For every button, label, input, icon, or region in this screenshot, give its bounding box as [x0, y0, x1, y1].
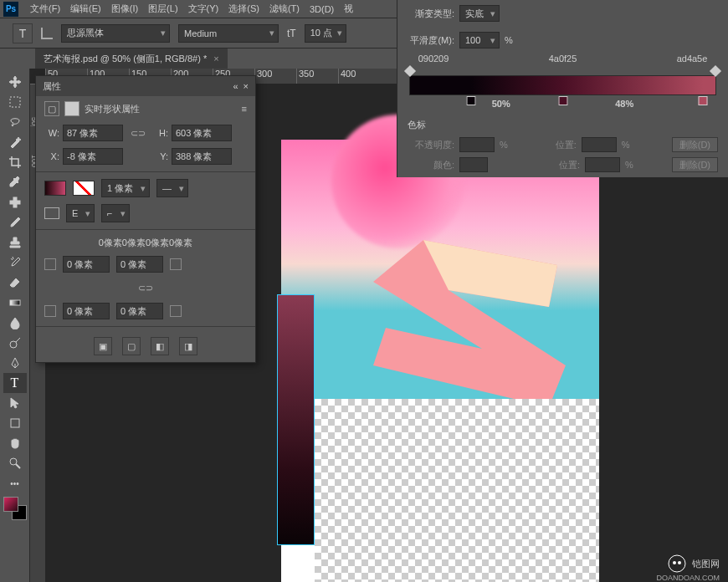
edit-toolbar[interactable]: •••	[3, 473, 27, 493]
y-input[interactable]	[172, 148, 232, 165]
stroke-width-select[interactable]: 1 像素	[101, 179, 150, 197]
menu-view[interactable]: 视	[339, 3, 358, 15]
foreground-color-swatch[interactable]	[3, 497, 18, 512]
type-tool[interactable]: T	[3, 373, 27, 393]
stroke-swatch[interactable]	[73, 181, 95, 196]
brush-tool[interactable]	[3, 212, 27, 232]
height-label: H:	[153, 128, 168, 138]
radius-tr-input[interactable]	[116, 256, 163, 273]
gradient-type-select[interactable]: 实底	[459, 5, 500, 22]
shape-tool[interactable]	[3, 413, 27, 433]
wand-tool[interactable]	[3, 132, 27, 152]
radius-bl-input[interactable]	[63, 303, 110, 319]
opacity-pos-label: 位置:	[530, 139, 577, 151]
mask-icon	[64, 101, 79, 116]
menu-edit[interactable]: 编辑(E)	[65, 3, 106, 15]
pathop-intersect-icon[interactable]: ◧	[151, 337, 169, 355]
fill-swatch[interactable]	[44, 181, 66, 196]
ps-logo: Ps	[3, 2, 18, 17]
panel-menu-icon[interactable]: ≡	[242, 104, 247, 114]
font-family-select[interactable]: 思源黑体	[61, 24, 170, 43]
properties-panel-header[interactable]: 属性 « ×	[36, 76, 255, 96]
font-weight-select[interactable]: Medium	[178, 24, 279, 43]
panel-collapse-icon[interactable]: «	[233, 81, 238, 91]
gradient-tool[interactable]	[3, 293, 27, 313]
radius-tl-input[interactable]	[63, 256, 110, 273]
height-input[interactable]	[172, 125, 232, 141]
menu-image[interactable]: 图像(I)	[106, 3, 143, 15]
color-stop-2[interactable]	[558, 96, 567, 105]
y-label: Y:	[153, 151, 168, 161]
properties-title: 属性	[43, 80, 61, 93]
menu-text[interactable]: 文字(Y)	[183, 3, 224, 15]
link-radius-icon[interactable]: ⊂⊃	[137, 279, 154, 296]
corner-br-icon[interactable]	[170, 305, 182, 317]
close-tab-icon[interactable]: ×	[213, 54, 218, 64]
svg-point-7	[669, 555, 685, 572]
color-pos-input[interactable]	[585, 157, 620, 172]
eyedropper-tool[interactable]	[3, 172, 27, 192]
svg-point-6	[10, 458, 17, 465]
orientation-icon[interactable]	[41, 28, 53, 39]
delete-color-stop-button[interactable]: 删除(D)	[672, 157, 718, 172]
hand-tool[interactable]	[3, 433, 27, 453]
opacity-pos-input[interactable]	[582, 137, 617, 152]
menu-3d[interactable]: 3D(D)	[305, 4, 339, 14]
document-tab-label: 艺术海报.psd @ 50% (侧面1, RGB/8#) *	[44, 53, 207, 65]
width-input[interactable]	[63, 125, 123, 141]
marquee-tool[interactable]	[3, 92, 27, 112]
color-swatches[interactable]	[3, 497, 27, 520]
pathop-exclude-icon[interactable]: ◨	[179, 337, 197, 355]
x-input[interactable]	[63, 148, 123, 165]
eraser-tool[interactable]	[3, 273, 27, 293]
move-tool[interactable]	[3, 72, 27, 92]
crop-tool[interactable]	[3, 152, 27, 172]
dodge-tool[interactable]	[3, 333, 27, 353]
delete-opacity-stop-button[interactable]: 删除(D)	[672, 137, 718, 152]
pen-tool[interactable]	[3, 353, 27, 373]
opacity-stop-right[interactable]	[710, 65, 721, 77]
properties-subtitle: 实时形状属性	[85, 103, 140, 115]
corner-tl-icon[interactable]	[44, 258, 56, 270]
lasso-tool[interactable]	[3, 112, 27, 132]
stroke-style-select[interactable]: —	[156, 179, 188, 197]
color-stop-3[interactable]	[699, 96, 708, 105]
corner-select[interactable]: ⌐	[101, 204, 130, 222]
link-wh-icon[interactable]: ⊂⊃	[130, 125, 146, 141]
gradient-bar[interactable]	[409, 75, 716, 95]
history-brush-tool[interactable]	[3, 253, 27, 273]
radius-br-input[interactable]	[116, 303, 163, 319]
properties-subtitle-row: ▢ 实时形状属性 ≡	[36, 96, 255, 121]
zoom-tool[interactable]	[3, 453, 27, 473]
stamp-tool[interactable]	[3, 232, 27, 253]
pathop-subtract-icon[interactable]: ▢	[122, 337, 141, 355]
selected-shape[interactable]	[277, 294, 315, 545]
smoothness-input[interactable]: 100	[459, 32, 500, 48]
opacity-input[interactable]	[459, 137, 495, 152]
menu-filter[interactable]: 滤镜(T)	[264, 3, 305, 15]
document-tab[interactable]: 艺术海报.psd @ 50% (侧面1, RGB/8#) * ×	[35, 48, 228, 69]
corner-tr-icon[interactable]	[170, 258, 182, 270]
svg-point-4	[10, 341, 17, 348]
stroke-align-icon[interactable]	[44, 207, 59, 219]
color-swatch-input[interactable]	[459, 157, 488, 172]
smoothness-label: 平滑度(M):	[408, 34, 454, 47]
pathop-combine-icon[interactable]: ▣	[94, 337, 112, 355]
menu-select[interactable]: 选择(S)	[223, 3, 264, 15]
watermark: 铠图网	[667, 554, 720, 574]
opacity-stop-left[interactable]	[404, 65, 416, 77]
panel-close-icon[interactable]: ×	[244, 81, 249, 91]
gradient-type-label: 渐变类型:	[408, 8, 454, 20]
menu-layer[interactable]: 图层(L)	[143, 3, 182, 15]
color-stop-1[interactable]	[467, 96, 476, 105]
heal-tool[interactable]	[3, 192, 27, 212]
svg-rect-0	[10, 97, 20, 107]
font-size-select[interactable]: 10 点	[305, 24, 346, 43]
active-tool-indicator[interactable]: T	[13, 23, 33, 43]
path-select-tool[interactable]	[3, 393, 27, 413]
corner-bl-icon[interactable]	[44, 305, 56, 317]
radius-summary: 0像素0像素0像素0像素	[99, 237, 192, 249]
blur-tool[interactable]	[3, 313, 27, 333]
cap-select[interactable]: E	[66, 204, 95, 222]
menu-file[interactable]: 文件(F)	[25, 3, 65, 15]
